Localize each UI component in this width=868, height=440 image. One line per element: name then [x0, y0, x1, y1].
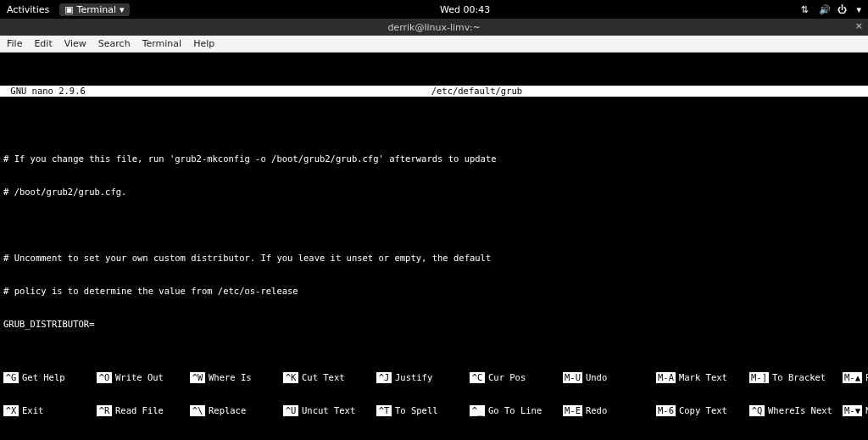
shortcut-go-to-line[interactable]: ^_Go To Line [470, 405, 563, 416]
app-menu-pill[interactable]: ▣ Terminal ▾ [59, 3, 129, 16]
shortcut-exit[interactable]: ^XExit [3, 405, 97, 416]
shortcut-where-is[interactable]: ^WWhere Is [190, 372, 283, 383]
shortcut-write-out[interactable]: ^OWrite Out [97, 372, 190, 383]
shortcut-redo[interactable]: M-ERedo [563, 405, 656, 416]
shortcut-next[interactable]: M-▼Next [843, 405, 868, 416]
menu-view[interactable]: View [64, 38, 86, 49]
editor-line[interactable]: # Uncomment to set your own custom distr… [3, 253, 865, 264]
editor-line[interactable]: # policy is to determine the value from … [3, 286, 865, 297]
gnome-topbar: Activities ▣ Terminal ▾ Wed 00:43 ⇅ 🔊 ⏻ … [0, 0, 868, 19]
menu-terminal[interactable]: Terminal [142, 38, 182, 49]
system-menu-chevron-icon[interactable]: ▾ [856, 4, 861, 15]
power-icon[interactable]: ⏻ [837, 4, 848, 14]
shortcut-whereis-next[interactable]: ^QWhereIs Next [749, 405, 843, 416]
shortcut-to-spell[interactable]: ^TTo Spell [376, 405, 470, 416]
shortcut-cur-pos[interactable]: ^CCur Pos [470, 372, 563, 383]
shortcut-row-1: ^GGet Help ^OWrite Out ^WWhere Is ^KCut … [3, 372, 865, 383]
shortcut-mark-text[interactable]: M-AMark Text [656, 372, 749, 383]
editor-line[interactable]: GRUB_DISTRIBUTOR= [3, 319, 865, 330]
app-name-label: Terminal [77, 4, 117, 15]
volume-icon[interactable]: 🔊 [819, 4, 829, 14]
shortcut-cut-text[interactable]: ^KCut Text [283, 372, 376, 383]
shortcut-uncut-text[interactable]: ^UUncut Text [283, 405, 376, 416]
terminal-area[interactable]: GNU nano 2.9.6 /etc/default/grub # If yo… [0, 53, 868, 440]
shortcut-justify[interactable]: ^JJustify [376, 372, 470, 383]
window-title-label: derrik@linux-limv:~ [387, 22, 480, 33]
window-close-button[interactable]: × [855, 20, 863, 31]
shortcut-previous[interactable]: M-▲Previous [843, 372, 868, 383]
window-titlebar: derrik@linux-limv:~ × [0, 19, 868, 36]
shortcut-copy-text[interactable]: M-6Copy Text [656, 405, 749, 416]
shortcut-get-help[interactable]: ^GGet Help [3, 372, 97, 383]
menu-help[interactable]: Help [193, 38, 214, 49]
shortcut-replace[interactable]: ^\Replace [190, 405, 283, 416]
menu-search[interactable]: Search [98, 38, 131, 49]
shortcut-row-2: ^XExit ^RRead File ^\Replace ^UUncut Tex… [3, 405, 865, 416]
nano-filepath-label: /etc/default/grub [86, 86, 868, 97]
chevron-down-icon: ▾ [120, 4, 125, 15]
shortcut-read-file[interactable]: ^RRead File [97, 405, 190, 416]
nano-titlebar: GNU nano 2.9.6 /etc/default/grub [0, 86, 868, 97]
activities-button[interactable]: Activities [7, 4, 49, 15]
nano-shortcut-bar: ^GGet Help ^OWrite Out ^WWhere Is ^KCut … [0, 350, 868, 440]
nano-version-label: GNU nano 2.9.6 [0, 86, 86, 97]
shortcut-to-bracket[interactable]: M-]To Bracket [749, 372, 843, 383]
menu-edit[interactable]: Edit [34, 38, 52, 49]
app-menubar: File Edit View Search Terminal Help [0, 36, 868, 53]
clock-label[interactable]: Wed 00:43 [440, 4, 490, 15]
editor-line[interactable]: # /boot/grub2/grub.cfg. [3, 187, 865, 198]
editor-line[interactable]: # If you change this file, run 'grub2-mk… [3, 153, 865, 164]
menu-file[interactable]: File [7, 38, 22, 49]
network-icon[interactable]: ⇅ [800, 4, 810, 14]
shortcut-undo[interactable]: M-UUndo [563, 372, 656, 383]
editor-line[interactable] [3, 220, 865, 231]
terminal-icon: ▣ [64, 4, 73, 15]
